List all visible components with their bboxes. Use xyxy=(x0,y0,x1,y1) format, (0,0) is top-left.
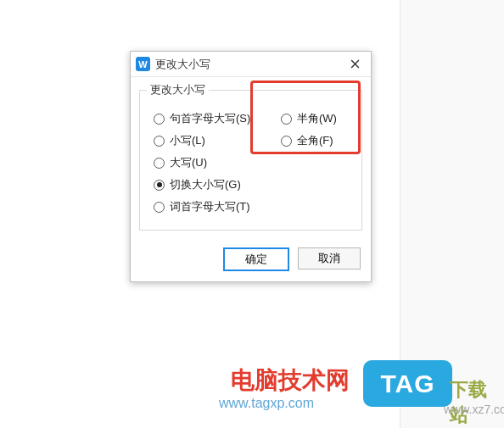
watermark-site1-url: www.tagxp.com xyxy=(219,396,314,411)
radio-lowercase[interactable]: 小写(L) xyxy=(154,131,274,150)
case-group: 更改大小写 句首字母大写(S) 小写(L) 大写(U) xyxy=(139,82,362,231)
watermark-site2-url: www.xz7.com xyxy=(444,403,504,416)
radio-icon xyxy=(281,114,292,125)
radio-icon xyxy=(154,114,165,125)
tag-badge: TAG xyxy=(363,360,452,407)
radio-icon xyxy=(154,158,165,169)
radio-label: 全角(F) xyxy=(297,133,333,148)
radio-halfwidth[interactable]: 半角(W) xyxy=(281,109,355,128)
close-button[interactable] xyxy=(342,53,367,76)
radio-label: 大写(U) xyxy=(170,155,207,170)
close-icon xyxy=(350,59,360,69)
right-options: 半角(W) 全角(F) xyxy=(274,106,355,220)
left-options: 句首字母大写(S) 小写(L) 大写(U) 切换大小写(G) xyxy=(147,106,274,220)
group-legend: 更改大小写 xyxy=(147,82,209,97)
radio-label: 半角(W) xyxy=(297,111,337,126)
radio-label: 词首字母大写(T) xyxy=(170,199,250,214)
radio-toggle-case[interactable]: 切换大小写(G) xyxy=(154,175,274,194)
app-icon: W xyxy=(136,57,150,71)
radio-label: 小写(L) xyxy=(170,133,205,148)
dialog-titlebar: W 更改大小写 xyxy=(131,52,371,77)
radio-label: 切换大小写(G) xyxy=(170,177,241,192)
dialog-buttons: 确定 取消 xyxy=(131,239,371,281)
dialog-body: 更改大小写 句首字母大写(S) 小写(L) 大写(U) xyxy=(131,77,371,239)
radio-fullwidth[interactable]: 全角(F) xyxy=(281,131,355,150)
change-case-dialog: W 更改大小写 更改大小写 句首字母大写(S) 小写(L) xyxy=(130,51,372,282)
radio-uppercase[interactable]: 大写(U) xyxy=(154,153,274,172)
radio-icon xyxy=(154,180,165,191)
radio-title-case[interactable]: 词首字母大写(T) xyxy=(154,197,274,216)
radio-label: 句首字母大写(S) xyxy=(170,111,250,126)
radio-icon xyxy=(281,136,292,147)
radio-sentence-case[interactable]: 句首字母大写(S) xyxy=(154,109,274,128)
dialog-title: 更改大小写 xyxy=(155,57,342,72)
watermark-site1-name: 电脑技术网 xyxy=(231,364,350,397)
radio-icon xyxy=(154,136,165,147)
radio-icon xyxy=(154,202,165,213)
cancel-button[interactable]: 取消 xyxy=(298,247,361,270)
ok-button[interactable]: 确定 xyxy=(223,247,289,271)
